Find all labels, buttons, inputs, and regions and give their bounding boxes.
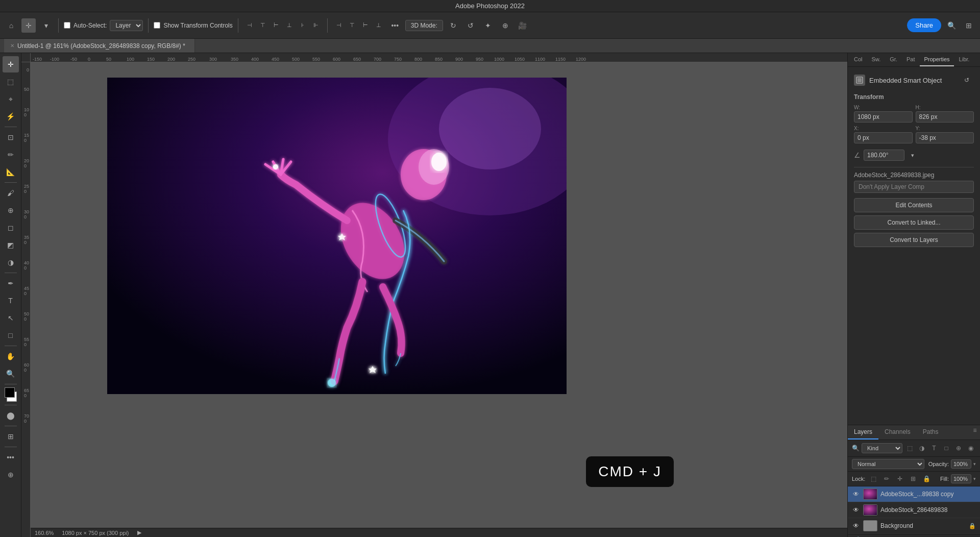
opacity-value[interactable]: 100% [951,459,971,469]
align-top-button[interactable]: ⊥ [283,19,296,32]
convert-to-layers-button[interactable]: Convert to Layers [854,233,974,247]
align-center-h-button[interactable]: ⊦ [297,19,309,32]
color-swatches[interactable] [3,387,19,402]
opacity-dropdown[interactable]: ▾ [973,461,976,467]
rotate-view-button[interactable]: ↻ [446,18,460,33]
extra-tools-button[interactable]: ⊕ [3,467,19,483]
crop-tool[interactable]: ⊡ [3,129,19,145]
orbit-button[interactable]: ⊕ [498,18,512,33]
dist-left-button[interactable]: ⊣ [333,19,345,32]
lasso-tool[interactable]: ⌖ [3,91,19,107]
width-value[interactable]: 1080 px [854,111,913,123]
layers-menu-button[interactable]: ≡ [970,425,980,435]
more-options-button[interactable]: ••• [388,18,402,33]
lock-artboard-button[interactable]: ⊞ [908,474,918,484]
3d-mode-button[interactable]: 3D Mode: [405,20,443,31]
fill-dropdown[interactable]: ▾ [973,476,976,481]
pen-tool[interactable]: ✒ [3,275,19,291]
ruler-tool[interactable]: 📐 [3,164,19,180]
tab-paths[interactable]: Paths [917,425,945,440]
brush-tool[interactable]: 🖌 [3,185,19,201]
align-left-button[interactable]: ⊣ [243,19,256,32]
eyedropper-tool[interactable]: ✏ [3,147,19,163]
shape-filter-button[interactable]: □ [941,443,951,453]
blend-mode-select[interactable]: Normal [852,459,924,469]
angle-dropdown-button[interactable]: ▾ [908,150,918,160]
lock-position-button[interactable]: ✛ [895,474,905,484]
smart-filter-button[interactable]: ⊕ [953,443,964,453]
layer-select[interactable]: Layer [110,20,143,31]
angle-value[interactable]: 180.00° [864,150,904,161]
layer-eye-0[interactable]: 👁 [852,490,860,498]
dodge-tool[interactable]: ◑ [3,254,19,271]
edit-contents-button[interactable]: Edit Contents [854,198,974,212]
text-tool[interactable]: T [3,292,19,309]
adjustment-filter-button[interactable]: ◑ [917,443,927,453]
tab-patterns[interactable]: Pat [902,53,919,66]
lock-paint-button[interactable]: ✏ [881,474,892,484]
pixel-filter-button[interactable]: ⬚ [904,443,915,453]
hand-tool[interactable]: ✋ [3,348,19,364]
align-bottom-button[interactable]: ⊩ [310,19,322,32]
move-tool-button[interactable]: ✛ [21,18,36,33]
search-button[interactable]: 🔍 [944,18,959,33]
align-center-v-button[interactable]: ⊤ [257,19,269,32]
layer-row-2[interactable]: 👁 Background 🔒 [848,518,980,534]
quick-mask-tool[interactable]: ⬤ [3,407,19,424]
lock-pixels-button[interactable]: ⬚ [868,474,878,484]
fill-value[interactable]: 100% [951,474,971,483]
layer-comp-dropdown[interactable]: Don't Apply Layer Comp [854,181,974,193]
select-tool[interactable]: ⬚ [3,74,19,90]
move-tool-dropdown[interactable]: ▾ [39,18,53,33]
filter-kind-select[interactable]: Kind [862,443,902,453]
undo-button[interactable]: ↺ [463,18,478,33]
dist-center-v-button[interactable]: ⊤ [346,19,358,32]
layer-eye-2[interactable]: 👁 [852,522,860,530]
type-filter-button[interactable]: T [929,443,939,453]
align-right-button[interactable]: ⊢ [270,19,282,32]
clone-tool[interactable]: ⊕ [3,202,19,218]
height-value[interactable]: 826 px [916,111,974,123]
zoom-tool[interactable]: 🔍 [3,365,19,382]
tool-separator-7 [5,426,17,426]
tab-col[interactable]: Col [850,53,867,66]
light-button[interactable]: ✦ [481,18,495,33]
dist-top-button[interactable]: ⊥ [373,19,385,32]
y-value[interactable]: -38 px [916,132,974,143]
tab-layers[interactable]: Layers [848,425,878,440]
screen-mode-button[interactable]: ⊞ [3,428,19,445]
document-tab[interactable]: ✕ Untitled-1 @ 161% (AdobeStock_28648983… [4,39,195,53]
eraser-tool[interactable]: ◻ [3,219,19,236]
lock-all-button[interactable]: 🔒 [921,474,932,484]
tab-gradients[interactable]: Gr. [886,53,901,66]
tab-libraries[interactable]: Libr. [955,53,974,66]
magic-wand-tool[interactable]: ⚡ [3,108,19,125]
x-value[interactable]: 0 px [854,132,913,143]
show-transform-checkbox[interactable] [154,22,160,29]
auto-select-checkbox[interactable] [64,22,70,29]
shape-tool[interactable]: □ [3,327,19,344]
dist-right-button[interactable]: ⊢ [359,19,372,32]
tab-swatches[interactable]: Sw. [868,53,885,66]
path-select-tool[interactable]: ↖ [3,310,19,326]
layer-row-0[interactable]: 👁 AdobeStock_...89838 copy [848,486,980,502]
workspace-button[interactable]: ⊞ [962,18,976,33]
convert-to-linked-button[interactable]: Convert to Linked... [854,215,974,230]
tab-close[interactable]: ✕ [10,43,14,48]
filter-toggle[interactable]: ◉ [966,443,976,453]
layer-row-1[interactable]: 👁 AdobeStock_286489838 [848,502,980,518]
gradient-tool[interactable]: ◩ [3,237,19,253]
home-button[interactable]: ⌂ [4,18,18,33]
more-tools-button[interactable]: ••• [3,449,19,466]
camera-button[interactable]: 🎥 [516,18,530,33]
show-transform-label: Show Transform Controls [163,22,232,29]
expand-icon[interactable]: ▶ [137,529,141,536]
tab-properties[interactable]: Properties [920,53,953,66]
foreground-color[interactable] [5,387,15,398]
divider-1 [854,167,974,167]
reset-transform-button[interactable]: ↺ [960,73,974,87]
layer-eye-1[interactable]: 👁 [852,506,860,514]
tab-channels[interactable]: Channels [878,425,917,440]
move-tool[interactable]: ✛ [3,56,19,72]
share-button[interactable]: Share [907,18,941,32]
